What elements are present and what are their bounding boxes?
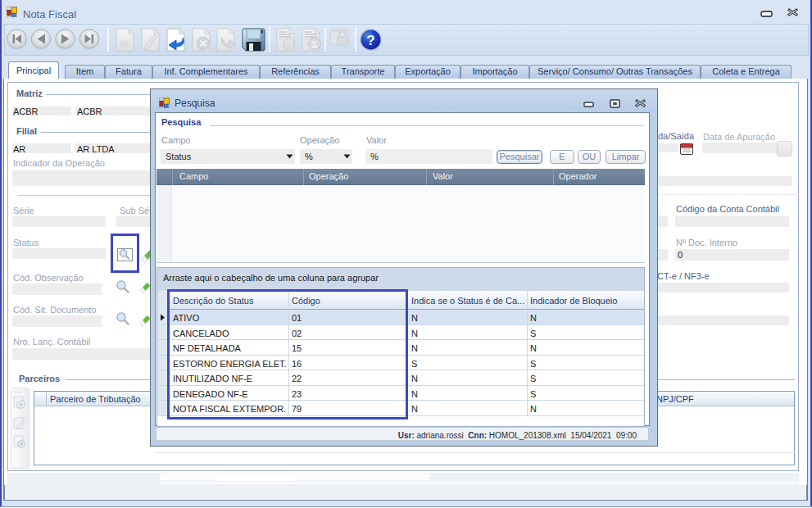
svg-text:?: ?	[366, 33, 374, 48]
svg-text:Σ: Σ	[311, 39, 318, 50]
